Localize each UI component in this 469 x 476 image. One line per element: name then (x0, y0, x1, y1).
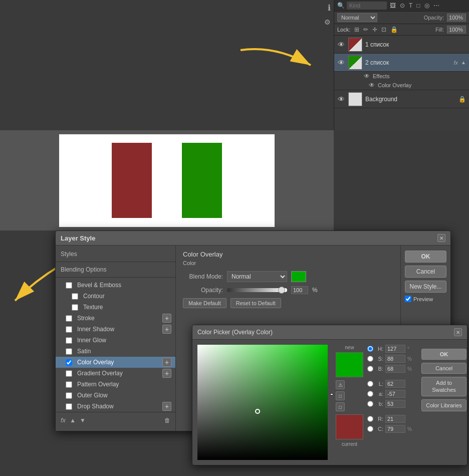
color-libraries-button[interactable]: Color Libraries (421, 399, 466, 411)
stroke-checkbox[interactable] (66, 315, 72, 322)
style-item-stroke[interactable]: Stroke + (56, 313, 175, 324)
gradient-overlay-add-btn[interactable]: + (162, 369, 171, 378)
picker-ok-button[interactable]: OK (421, 349, 466, 360)
a-radio[interactable] (367, 391, 373, 397)
lock-draw-icon[interactable]: ✏ (362, 26, 369, 33)
add-to-swatches-button[interactable]: Add to Swatches (421, 377, 466, 396)
delete-icon[interactable]: 🗑 (164, 417, 170, 424)
b2-input[interactable] (385, 400, 405, 408)
lock-artboard-icon[interactable]: ⊡ (380, 26, 387, 33)
inner-glow-checkbox[interactable] (66, 337, 72, 344)
info-icon[interactable]: ℹ (328, 3, 331, 13)
warn-icon[interactable]: ⚠ (336, 380, 345, 389)
layer-eye-1[interactable]: 👁 (337, 41, 345, 49)
effects-eye[interactable]: 👁 (364, 73, 370, 80)
overlay-opacity-input[interactable] (291, 286, 308, 294)
layers-icon-smart[interactable]: ◎ (423, 2, 430, 9)
l-radio[interactable] (367, 381, 373, 387)
opacity-input[interactable] (447, 14, 466, 22)
style-item-gradient-overlay[interactable]: Gradient Overlay + (56, 368, 175, 379)
drop-shadow-add-btn[interactable]: + (162, 402, 171, 411)
preview-checkbox[interactable] (405, 296, 411, 302)
layer-eye-bg[interactable]: 👁 (337, 95, 345, 103)
bevel-checkbox[interactable] (66, 282, 72, 289)
preview-label: Preview (413, 296, 433, 302)
ok-button[interactable]: OK (405, 251, 446, 263)
cancel-button[interactable]: Cancel (405, 266, 446, 278)
b-input[interactable] (385, 365, 405, 373)
style-item-inner-glow[interactable]: Inner Glow (56, 335, 175, 346)
inner-shadow-checkbox[interactable] (66, 326, 72, 333)
layers-search-input[interactable] (347, 2, 387, 10)
outer-glow-checkbox[interactable] (66, 392, 72, 399)
style-item-drop-shadow[interactable]: Drop Shadow + (56, 401, 175, 412)
layer-row-1[interactable]: 👁 1 список (334, 36, 469, 54)
pattern-overlay-checkbox[interactable] (66, 381, 72, 388)
layers-icon-dots[interactable]: ⋯ (432, 2, 440, 9)
move-down-icon[interactable]: ▼ (80, 417, 86, 424)
layer-eye-2[interactable]: 👁 (337, 59, 345, 67)
style-item-satin[interactable]: Satin (56, 346, 175, 357)
s-input[interactable] (385, 355, 405, 363)
r-radio[interactable] (367, 416, 373, 422)
drop-shadow-checkbox[interactable] (66, 403, 72, 410)
style-item-bevel[interactable]: Bevel & Emboss (56, 280, 175, 291)
texture-label: Texture (83, 304, 103, 311)
new-style-button[interactable]: New Style... (405, 281, 446, 293)
make-default-button[interactable]: Make Default (183, 298, 226, 308)
color-overlay-eye[interactable]: 👁 (369, 82, 375, 89)
satin-checkbox[interactable] (66, 348, 72, 355)
c-radio[interactable] (367, 426, 373, 432)
blending-options-item[interactable]: Blending Options (56, 264, 175, 275)
style-item-contour[interactable]: Contour (56, 291, 175, 302)
picker-close-button[interactable]: ✕ (454, 328, 462, 336)
contour-checkbox[interactable] (72, 293, 78, 300)
gradient-overlay-checkbox[interactable] (66, 370, 72, 377)
b2-radio[interactable] (367, 401, 373, 407)
a-input[interactable] (385, 390, 405, 398)
blend-mode-select[interactable]: Normal Multiply Screen (227, 271, 287, 282)
layers-icon-type[interactable]: T (408, 2, 413, 9)
style-item-inner-shadow[interactable]: Inner Shadow + (56, 324, 175, 335)
gamut-icon[interactable]: □ (336, 391, 345, 400)
color-overlay-checkbox[interactable] (66, 359, 72, 366)
style-item-outer-glow[interactable]: Outer Glow (56, 390, 175, 401)
layers-icon-image[interactable]: 🖼 (389, 2, 397, 9)
color-overlay-add-btn[interactable]: + (162, 358, 171, 367)
layer-options-icon[interactable]: ⚙ (324, 18, 331, 26)
layer-expand-icon[interactable]: ▲ (461, 60, 466, 65)
stroke-add-btn[interactable]: + (162, 314, 171, 323)
layer-row-2[interactable]: 👁 2 список fx ▲ (334, 54, 469, 72)
style-item-pattern-overlay[interactable]: Pattern Overlay (56, 379, 175, 390)
color-swatch[interactable] (291, 271, 306, 282)
r-input[interactable] (385, 415, 405, 423)
color-overlay-row[interactable]: 👁 Color Overlay (362, 81, 469, 90)
layers-icon-adjust[interactable]: ⊙ (399, 2, 406, 9)
dialog-close-button[interactable]: ✕ (437, 234, 445, 242)
web-safe-icon[interactable]: □ (336, 402, 345, 411)
picker-cancel-button[interactable]: Cancel (421, 363, 466, 374)
lock-move-icon[interactable]: ✛ (371, 26, 378, 33)
fill-input[interactable] (447, 26, 466, 34)
s-radio[interactable] (367, 356, 373, 362)
lock-all-icon[interactable]: 🔒 (389, 26, 399, 33)
inner-shadow-add-btn[interactable]: + (162, 325, 171, 334)
h-radio[interactable] (367, 346, 373, 352)
layers-mode-select[interactable]: Normal (337, 13, 377, 22)
opacity-slider[interactable] (227, 288, 287, 292)
style-item-color-overlay[interactable]: Color Overlay + (56, 357, 175, 368)
lock-position-icon[interactable]: ⊞ (353, 26, 360, 33)
move-up-icon[interactable]: ▲ (70, 417, 76, 424)
h-input[interactable] (385, 345, 405, 353)
style-item-texture[interactable]: Texture (56, 302, 175, 313)
effects-row[interactable]: 👁 Effects (362, 72, 469, 81)
c-input[interactable] (385, 425, 405, 433)
layers-icon-shape[interactable]: □ (415, 2, 421, 9)
b-radio[interactable] (367, 366, 373, 372)
layer-row-bg[interactable]: 👁 Background 🔒 (334, 90, 469, 108)
color-gradient-picker[interactable] (197, 345, 328, 460)
styles-header[interactable]: Styles (56, 249, 175, 260)
reset-to-default-button[interactable]: Reset to Default (230, 298, 281, 308)
l-input[interactable] (385, 380, 405, 388)
texture-checkbox[interactable] (72, 304, 78, 311)
